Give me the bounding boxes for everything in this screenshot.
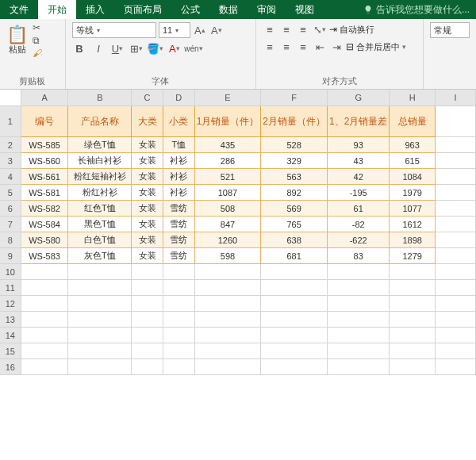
cell[interactable]	[163, 343, 194, 359]
table-cell[interactable]: 绿色T恤	[68, 137, 132, 153]
table-cell[interactable]: 长袖白衬衫	[68, 153, 132, 169]
cell[interactable]	[163, 328, 194, 343]
cell[interactable]	[390, 343, 436, 359]
cell[interactable]	[163, 359, 194, 375]
cell[interactable]	[68, 328, 132, 343]
cell[interactable]	[435, 248, 475, 264]
row-header[interactable]: 7	[0, 217, 21, 232]
cell[interactable]	[435, 153, 475, 169]
tab-1[interactable]: 插入	[76, 0, 114, 19]
cell[interactable]	[68, 343, 132, 359]
cell[interactable]	[21, 312, 68, 328]
table-cell[interactable]: 42	[328, 169, 390, 185]
increase-font-icon[interactable]: A▴	[193, 23, 207, 37]
cell[interactable]	[328, 296, 390, 312]
table-cell[interactable]: 1084	[390, 169, 436, 185]
table-cell[interactable]: WS-580	[21, 232, 68, 248]
row-header[interactable]: 14	[0, 328, 21, 343]
fill-color-button[interactable]: 🪣▾	[148, 41, 163, 56]
table-cell[interactable]: 雪纺	[163, 217, 194, 232]
cell[interactable]	[261, 343, 328, 359]
table-cell[interactable]: WS-581	[21, 185, 68, 201]
cell[interactable]	[435, 201, 475, 217]
tell-me[interactable]: 告诉我您想要做什么...	[357, 0, 476, 19]
cell[interactable]	[328, 328, 390, 343]
table-header-cell[interactable]: 小类	[163, 106, 194, 137]
cell[interactable]	[435, 169, 475, 185]
table-cell[interactable]: 1087	[194, 185, 261, 201]
cell[interactable]	[435, 328, 475, 343]
spreadsheet-grid[interactable]: ABCDEFGHI1编号产品名称大类小类1月销量（件）2月销量（件）1、2月销量…	[0, 90, 476, 458]
table-header-cell[interactable]: 大类	[132, 106, 163, 137]
cell[interactable]	[132, 359, 163, 375]
col-header[interactable]: B	[68, 90, 132, 106]
row-header[interactable]: 16	[0, 359, 21, 375]
cell[interactable]	[163, 264, 194, 280]
cell[interactable]	[390, 280, 436, 296]
cell[interactable]	[194, 328, 261, 343]
cell[interactable]	[435, 217, 475, 232]
merge-center-button[interactable]: ⊟合并后居中▾	[346, 41, 406, 53]
table-cell[interactable]: 329	[261, 153, 328, 169]
cell[interactable]	[328, 343, 390, 359]
paste-button[interactable]: 📋 粘贴	[6, 26, 28, 56]
cell[interactable]	[21, 359, 68, 375]
cell[interactable]	[194, 359, 261, 375]
table-cell[interactable]: 1979	[390, 185, 436, 201]
align-bottom-icon[interactable]: ≡	[296, 22, 310, 36]
cell[interactable]	[132, 264, 163, 280]
cell[interactable]	[261, 280, 328, 296]
tab-2[interactable]: 页面布局	[114, 0, 171, 19]
col-header[interactable]: A	[21, 90, 68, 106]
underline-button[interactable]: U▾	[110, 41, 125, 56]
table-cell[interactable]: 681	[261, 248, 328, 264]
table-cell[interactable]: 563	[261, 169, 328, 185]
phonetic-button[interactable]: wén▾	[186, 41, 201, 56]
row-header[interactable]: 1	[0, 106, 21, 137]
cell[interactable]	[163, 296, 194, 312]
cell[interactable]	[435, 343, 475, 359]
row-header[interactable]: 11	[0, 280, 21, 296]
row-header[interactable]: 5	[0, 185, 21, 201]
align-center-icon[interactable]: ≡	[279, 40, 294, 54]
table-cell[interactable]: -82	[328, 217, 390, 232]
row-header[interactable]: 8	[0, 232, 21, 248]
cell[interactable]	[68, 264, 132, 280]
table-cell[interactable]: 雪纺	[163, 232, 194, 248]
cell[interactable]	[132, 328, 163, 343]
table-cell[interactable]: 963	[390, 137, 436, 153]
cell[interactable]	[435, 137, 475, 153]
table-cell[interactable]: 粉红衬衫	[68, 185, 132, 201]
cell[interactable]	[328, 312, 390, 328]
table-cell[interactable]: 女装	[132, 185, 163, 201]
cell[interactable]	[261, 359, 328, 375]
table-cell[interactable]: T恤	[163, 137, 194, 153]
row-header[interactable]: 10	[0, 264, 21, 280]
cell[interactable]	[132, 312, 163, 328]
table-cell[interactable]: 435	[194, 137, 261, 153]
tab-file[interactable]: 文件	[0, 0, 38, 19]
table-cell[interactable]: WS-582	[21, 201, 68, 217]
cell[interactable]	[435, 296, 475, 312]
cell[interactable]	[328, 359, 390, 375]
col-header[interactable]: G	[328, 90, 390, 106]
table-cell[interactable]: 638	[261, 232, 328, 248]
table-cell[interactable]: 白色T恤	[68, 232, 132, 248]
table-cell[interactable]: 女装	[132, 137, 163, 153]
row-header[interactable]: 2	[0, 137, 21, 153]
col-header[interactable]: E	[194, 90, 261, 106]
cell[interactable]	[261, 296, 328, 312]
cell[interactable]	[261, 312, 328, 328]
cell[interactable]	[194, 280, 261, 296]
cell[interactable]	[194, 312, 261, 328]
row-header[interactable]: 3	[0, 153, 21, 169]
table-cell[interactable]: 衬衫	[163, 169, 194, 185]
cell[interactable]	[194, 343, 261, 359]
table-header-cell[interactable]: 产品名称	[68, 106, 132, 137]
table-cell[interactable]: 灰色T恤	[68, 248, 132, 264]
table-cell[interactable]: 521	[194, 169, 261, 185]
orientation-icon[interactable]: ⤡▾	[313, 22, 327, 36]
copy-icon[interactable]: ⧉	[33, 35, 40, 46]
table-header-cell[interactable]: 1、2月销量差	[328, 106, 390, 137]
cell[interactable]	[21, 328, 68, 343]
